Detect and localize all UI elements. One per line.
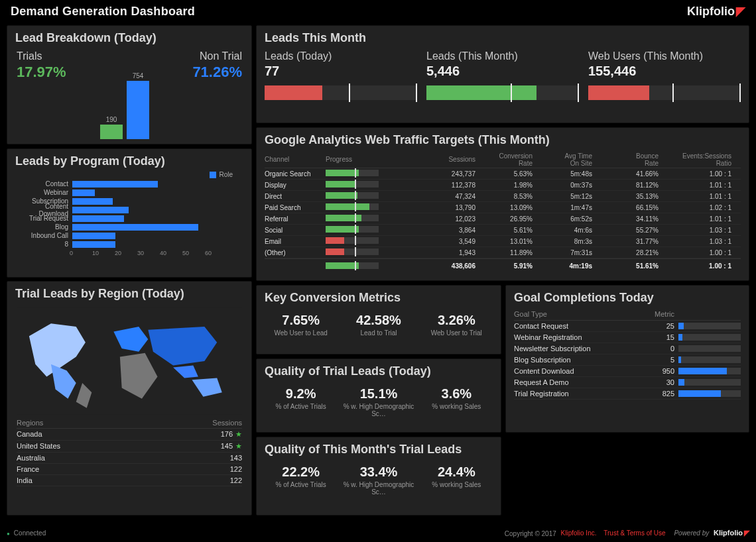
region-row: Canada176★ xyxy=(17,429,242,441)
metric-cell: 15.1%% w. High Demographic Sc… xyxy=(340,386,417,417)
metric-cell: 42.58%Lead to Trial xyxy=(340,313,417,337)
quality-month-metrics: 22.2%% of Active Trials33.4%% w. High De… xyxy=(257,459,501,502)
panel-leads-this-month: Leads This Month Leads (Today)77 Leads (… xyxy=(256,25,749,123)
panel-title: Lead Breakdown (Today) xyxy=(7,26,251,48)
panel-quality-trial-month: Quality of This Month's Trial Leads 22.2… xyxy=(256,437,501,515)
goal-row: Request A Demo30 xyxy=(514,377,741,388)
trial-bar-val: 190 xyxy=(100,116,123,123)
metric-cell: 3.26%Web User to Trial xyxy=(418,313,495,337)
panel-title: Key Conversion Metrics xyxy=(257,286,501,307)
metric-cell: 24.4%% working Sales xyxy=(418,464,495,496)
panel-title: Goal Completions Today xyxy=(506,286,749,307)
metric-cell: 33.4%% w. High Demographic Sc… xyxy=(340,464,417,496)
metric-cell: 7.65%Web User to Lead xyxy=(262,313,340,337)
metric-cell: 22.2%% of Active Trials xyxy=(262,464,340,496)
lbp-legend: Role xyxy=(7,171,251,178)
ltm-col: Web Users (This Month)155,446 xyxy=(588,50,741,100)
goal-row: Newsletter Subscription0 xyxy=(514,343,741,354)
panel-title: Quality of Trial Leads (Today) xyxy=(257,359,501,381)
col-sessions: Sessions xyxy=(212,419,242,427)
goal-completions-table: Goal Type Metric Contact Request25 Webin… xyxy=(506,307,749,402)
ga-row: Email 3,54913.01% 8m:3s31.77%1.03 : 1 xyxy=(265,236,741,247)
key-conversion-metrics: 7.65%Web User to Lead42.58%Lead to Trial… xyxy=(257,307,501,343)
topbar: Demand Generation Dashboard Klipfolio◤ xyxy=(0,0,756,23)
lbp-row: Blog xyxy=(14,223,238,231)
panel-key-conversion: Key Conversion Metrics 7.65%Web User to … xyxy=(256,285,501,354)
page-title: Demand Generation Dashboard xyxy=(11,5,195,19)
nontrial-label: Non Trial xyxy=(192,50,242,62)
region-row: Australia143 xyxy=(17,453,242,464)
lbp-row: Inbound Call xyxy=(14,231,238,240)
panel-title: Google Analytics Web Traffic Targets (Th… xyxy=(257,128,749,150)
lbp-row: Webinar xyxy=(14,188,238,197)
leads-this-month-cols: Leads (Today)77 Leads (This Month)5,446 … xyxy=(257,48,749,105)
ga-row: Social 3,8645.61% 4m:6s55.27%1.03 : 1 xyxy=(265,225,741,236)
panel-trial-leads-region: Trial Leads by Region (Today) Regions Se… xyxy=(7,281,252,515)
ga-table: ChannelProgress SessionsConversion Rate … xyxy=(257,150,749,277)
goal-row: Trial Registration825 xyxy=(514,388,741,400)
ga-row: Organic Search 243,7375.63% 5m:48s41.66%… xyxy=(265,168,741,180)
goal-row: Contact Request25 xyxy=(514,321,741,332)
lead-breakdown-bars: 190 754 xyxy=(7,69,251,142)
panel-lead-breakdown: Lead Breakdown (Today) Trials 17.97% Non… xyxy=(7,25,252,144)
leads-by-program-chart: ContactWebinarSubscriptionContent Downlo… xyxy=(7,178,251,250)
panel-goal-completions: Goal Completions Today Goal Type Metric … xyxy=(505,285,749,433)
region-row: France122 xyxy=(17,464,242,475)
goal-row: Content Download950 xyxy=(514,366,741,377)
panel-quality-trial-today: Quality of Trial Leads (Today) 9.2%% of … xyxy=(256,358,501,433)
panel-title: Quality of This Month's Trial Leads xyxy=(257,437,501,459)
trials-label: Trials xyxy=(17,50,66,62)
col-metric: Metric xyxy=(648,310,674,318)
ga-row: (Other) 1,94311.89% 7m:31s28.21%1.00 : 1 xyxy=(265,247,741,258)
panel-ga-targets: Google Analytics Web Traffic Targets (Th… xyxy=(256,127,749,281)
lbp-axis: 0102030405060 xyxy=(70,250,251,256)
world-map xyxy=(7,303,251,416)
panel-title: Leads by Program (Today) xyxy=(7,149,251,171)
lbp-row: Contact xyxy=(14,180,238,188)
ltm-col: Leads (This Month)5,446 xyxy=(426,50,579,100)
lbp-row: Trial Request xyxy=(14,214,238,223)
ga-row: Direct 47,3248.53% 5m:12s35.13%1.01 : 1 xyxy=(265,191,741,202)
col-regions: Regions xyxy=(17,419,43,427)
ltm-col: Leads (Today)77 xyxy=(265,50,417,100)
lbp-row: Content Download xyxy=(14,205,238,214)
link-terms[interactable]: Trust & Terms of Use xyxy=(603,529,665,537)
brand-logo: Klipfolio◤ xyxy=(687,4,745,19)
metric-cell: 3.6%% working Sales xyxy=(418,386,495,417)
col-goal-type: Goal Type xyxy=(514,310,648,318)
region-row: India122 xyxy=(17,475,242,486)
ga-row: Paid Search 13,79013.09% 1m:47s66.15%1.0… xyxy=(265,202,741,213)
panel-title: Trial Leads by Region (Today) xyxy=(7,282,251,303)
panel-leads-by-program: Leads by Program (Today) Role ContactWeb… xyxy=(7,148,252,278)
metric-cell: 9.2%% of Active Trials xyxy=(262,386,340,417)
ga-row: Display 112,3781.98% 0m:37s81.12%1.01 : … xyxy=(265,180,741,191)
region-table: Regions Sessions Canada176★United States… xyxy=(7,416,251,489)
goal-row: Webinar Registration15 xyxy=(514,332,741,343)
quality-today-metrics: 9.2%% of Active Trials15.1%% w. High Dem… xyxy=(257,381,501,424)
ga-row: Referral 12,02326.95% 6m:52s34.11%1.01 :… xyxy=(265,213,741,225)
link-company[interactable]: Klipfolio Inc. xyxy=(561,529,597,537)
region-row: United States145★ xyxy=(17,441,242,453)
goal-row: Blog Subscription5 xyxy=(514,354,741,366)
connection-status: Connected xyxy=(7,529,46,537)
nontrial-bar-val: 754 xyxy=(127,72,149,80)
panel-title: Leads This Month xyxy=(257,26,749,48)
lbp-row: 8 xyxy=(14,240,238,248)
footer: Connected Copyright © 2017 Klipfolio Inc… xyxy=(7,526,749,539)
